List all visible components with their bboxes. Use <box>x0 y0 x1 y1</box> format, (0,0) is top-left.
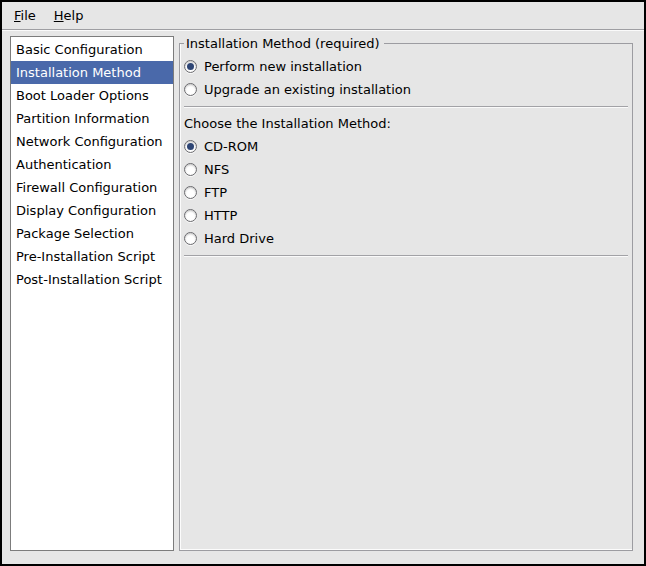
menu-file[interactable]: File <box>5 5 45 26</box>
sidebar-nav: Basic Configuration Installation Method … <box>10 36 174 551</box>
sidebar-item-network-configuration[interactable]: Network Configuration <box>11 130 173 153</box>
radio-label: Upgrade an existing installation <box>204 82 411 97</box>
choose-method-label: Choose the Installation Method: <box>184 113 628 135</box>
radio-label: HTTP <box>204 208 237 223</box>
radio-label: NFS <box>204 162 229 177</box>
separator <box>184 255 628 257</box>
menu-help-accel: H <box>54 8 64 23</box>
separator <box>184 106 628 108</box>
sidebar-item-display-configuration[interactable]: Display Configuration <box>11 199 173 222</box>
radio-http[interactable]: HTTP <box>184 204 628 227</box>
radio-label: CD-ROM <box>204 139 258 154</box>
sidebar-item-authentication[interactable]: Authentication <box>11 153 173 176</box>
radio-label: Perform new installation <box>204 59 362 74</box>
kickstart-configurator-window: File Help Basic Configuration Installati… <box>0 0 646 566</box>
installation-method-panel: Installation Method (required) Perform n… <box>179 36 633 551</box>
sidebar-item-firewall-configuration[interactable]: Firewall Configuration <box>11 176 173 199</box>
radio-label: FTP <box>204 185 227 200</box>
menu-help-label: elp <box>64 8 84 23</box>
content-area: Basic Configuration Installation Method … <box>2 30 644 564</box>
menu-help[interactable]: Help <box>45 5 93 26</box>
radio-button-icon <box>184 209 197 222</box>
sidebar-item-package-selection[interactable]: Package Selection <box>11 222 173 245</box>
radio-nfs[interactable]: NFS <box>184 158 628 181</box>
radio-button-icon <box>184 232 197 245</box>
radio-button-icon <box>184 60 197 73</box>
radio-perform-new-installation[interactable]: Perform new installation <box>184 55 628 78</box>
sidebar-item-post-installation-script[interactable]: Post-Installation Script <box>11 268 173 291</box>
radio-upgrade-existing-installation[interactable]: Upgrade an existing installation <box>184 78 628 101</box>
radio-button-icon <box>184 186 197 199</box>
radio-hard-drive[interactable]: Hard Drive <box>184 227 628 250</box>
sidebar-item-pre-installation-script[interactable]: Pre-Installation Script <box>11 245 173 268</box>
sidebar-item-boot-loader-options[interactable]: Boot Loader Options <box>11 84 173 107</box>
menu-file-label: ile <box>21 8 36 23</box>
radio-button-icon <box>184 140 197 153</box>
menubar: File Help <box>2 2 644 30</box>
panel-title: Installation Method (required) <box>184 36 384 51</box>
sidebar-item-basic-configuration[interactable]: Basic Configuration <box>11 38 173 61</box>
sidebar-item-partition-information[interactable]: Partition Information <box>11 107 173 130</box>
radio-ftp[interactable]: FTP <box>184 181 628 204</box>
radio-cdrom[interactable]: CD-ROM <box>184 135 628 158</box>
radio-label: Hard Drive <box>204 231 274 246</box>
radio-button-icon <box>184 83 197 96</box>
sidebar-item-installation-method[interactable]: Installation Method <box>11 61 173 84</box>
radio-button-icon <box>184 163 197 176</box>
